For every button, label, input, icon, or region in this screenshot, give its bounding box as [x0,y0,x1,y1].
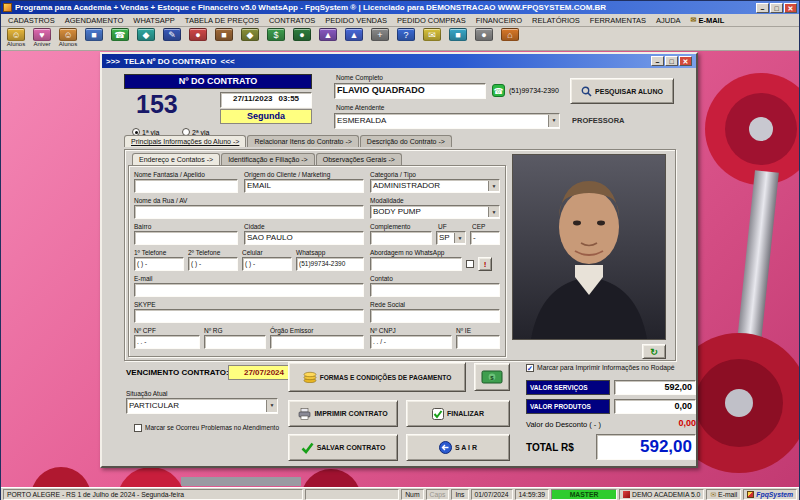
main-tab-1[interactable]: Principais Informações do Aluno -> [124,135,246,147]
reports-toolbar-button[interactable]: ▲ [315,28,341,48]
bairro-input[interactable] [134,231,238,245]
statusbar-app-label: DEMO ACADEMIA 5.0 [632,491,700,498]
menu-item-agendamento[interactable]: AGENDAMENTO [60,16,129,25]
menu-item-cadastros[interactable]: CADASTROS [3,16,60,25]
maximize-button[interactable]: □ [770,3,783,13]
abordagem-checkbox[interactable] [466,260,474,268]
contracts-toolbar-button[interactable]: ✎ [159,28,185,48]
situacao-select[interactable]: PARTICULAR ▼ [126,398,278,414]
cashier-toolbar-button[interactable]: ● [289,28,315,48]
print-contract-button[interactable]: IMPRIMIR CONTRATO [288,400,398,427]
email-toolbar-button[interactable]: ✉ [419,28,445,48]
minimize-button[interactable]: – [756,3,769,13]
statusbar-location: PORTO ALEGRE - RS 1 de Julho de 2024 - S… [3,489,303,500]
cash-button[interactable]: $ [474,363,510,391]
complemento-input[interactable] [370,231,432,245]
skype-input[interactable] [134,309,364,323]
save-contract-button[interactable]: SALVAR CONTRATO [288,434,398,461]
chevron-down-icon[interactable]: ▼ [548,115,559,127]
charts-toolbar-button[interactable]: ▲ [341,28,367,48]
abordagem-alert-button[interactable]: ! [478,257,492,271]
whatsapp-toolbar-button[interactable]: ☎ [107,28,133,48]
exit-arrow-icon [439,441,452,454]
sub-tab-2[interactable]: Identificação e Filiação -> [221,153,315,165]
rua-input[interactable] [134,205,364,219]
whatsapp-input[interactable]: (51)99734-2390 [296,257,364,271]
sub-tab-1[interactable]: Endereço e Contatos -> [132,153,220,165]
chevron-down-icon[interactable]: ▼ [488,181,499,191]
student-card-toolbar-button[interactable]: ☺Alunos [55,28,81,48]
help-toolbar-button[interactable]: ? [393,28,419,48]
email-input[interactable] [134,283,364,297]
chevron-down-icon[interactable]: ▼ [454,233,465,243]
menu-item-financeiro[interactable]: FINANCEIRO [471,16,527,25]
uf-value: SP [439,233,450,243]
cidade-input[interactable]: SAO PAULO [244,231,364,245]
backup-toolbar-button[interactable]: ■ [445,28,471,48]
dialog-titlebar[interactable]: >>> TELA Nº DO CONTRATO <<< – □ ✕ [102,54,696,68]
uf-select[interactable]: SP ▼ [436,231,466,245]
dialog-maximize-button[interactable]: □ [665,56,678,66]
fantasia-input[interactable] [134,179,238,193]
photo-refresh-button[interactable]: ↻ [642,344,666,359]
menu-item-contratos[interactable]: CONTRATOS [264,16,320,25]
search-student-button[interactable]: PESQUISAR ALUNO [570,78,674,104]
finalize-button[interactable]: FINALIZAR [406,400,510,427]
dialog-minimize-button[interactable]: – [651,56,664,66]
stock-toolbar-button[interactable]: ◆ [237,28,263,48]
menu-item-pedido-compras[interactable]: PEDIDO COMPRAS [392,16,471,25]
settings-toolbar-button[interactable]: ● [471,28,497,48]
payment-terms-button[interactable]: FORMAS E CONDIÇÕES DE PAGAMENTO [288,362,466,392]
problema-checkbox[interactable]: Marcar se Ocorreu Problemas no Atendimen… [134,424,304,432]
cpf-input[interactable]: . . - [134,335,200,349]
menu-item-whatsapp[interactable]: WHATSAPP [128,16,180,25]
cnpj-input[interactable]: . . / - [370,335,452,349]
attendant-select[interactable]: ESMERALDA ▼ [334,113,560,129]
bairro-label: Bairro [134,223,151,230]
categoria-select[interactable]: ADMINISTRADOR ▼ [370,179,500,193]
dialog-close-button[interactable]: ✕ [679,56,692,66]
ie-input[interactable] [456,335,500,349]
menu-item-relat-rios[interactable]: RELATÓRIOS [527,16,585,25]
celular-input[interactable]: ( ) - [242,257,292,271]
sub-tab-3[interactable]: Observações Gerais -> [316,153,402,165]
exit-button[interactable]: S A I R [406,434,510,461]
origem-input[interactable]: EMAIL [244,179,364,193]
main-tab-2[interactable]: Relacionar Itens do Contrato -> [247,135,358,147]
dialog-body: Nº DO CONTRATO 153 27/11/2023 03:55 Segu… [102,68,696,466]
tools-toolbar-button[interactable]: + [367,28,393,48]
footer-print-checkbox[interactable]: ✓ Marcar para Imprimir Informações no Ro… [526,364,698,372]
exit-toolbar-button[interactable]: ⌂ [497,28,523,48]
birthday-toolbar-button[interactable]: ♥Aniver [29,28,55,48]
tel2-input[interactable]: ( ) - [188,257,238,271]
tel1-input[interactable]: ( ) - [134,257,184,271]
modalidade-select[interactable]: BODY PUMP ▼ [370,205,500,219]
orgao-input[interactable] [270,335,364,349]
price-table-toolbar-button[interactable]: ◆ [133,28,159,48]
main-tab-3[interactable]: Descrição do Contrato -> [360,135,452,147]
abordagem-input[interactable] [370,257,462,271]
menu-item-e-mail[interactable]: ✉ E-MAIL [686,16,730,25]
statusbar-email[interactable]: ✉ E-mail [706,489,741,500]
rede-social-input[interactable] [370,309,500,323]
purchases-toolbar-button[interactable]: ■ [211,28,237,48]
chevron-down-icon[interactable]: ▼ [488,207,499,217]
toolbar-item-label [497,41,523,48]
cep-input[interactable]: - [470,231,500,245]
chevron-down-icon[interactable]: ▼ [266,400,277,412]
schedule-toolbar-button[interactable]: ■ [81,28,107,48]
finance-toolbar-button[interactable]: $ [263,28,289,48]
print-contract-label: IMPRIMIR CONTRATO [314,410,387,417]
rg-input[interactable] [204,335,266,349]
contato-input[interactable] [370,283,500,297]
menu-item-pedido-vendas[interactable]: PEDIDO VENDAS [320,16,392,25]
close-button[interactable]: ✕ [784,3,797,13]
menu-item-ajuda[interactable]: AJUDA [651,16,686,25]
email-field-label: E-mail [134,275,152,282]
menu-item-ferramentas[interactable]: FERRAMENTAS [585,16,651,25]
menu-item-tabela-de-pre-os[interactable]: TABELA DE PREÇOS [180,16,264,25]
sales-toolbar-button[interactable]: ● [185,28,211,48]
student-name-input[interactable]: FLAVIO QUADRADO [334,83,486,99]
toolbar-item-label [419,41,445,48]
students-toolbar-button[interactable]: ☺Alunos [3,28,29,48]
